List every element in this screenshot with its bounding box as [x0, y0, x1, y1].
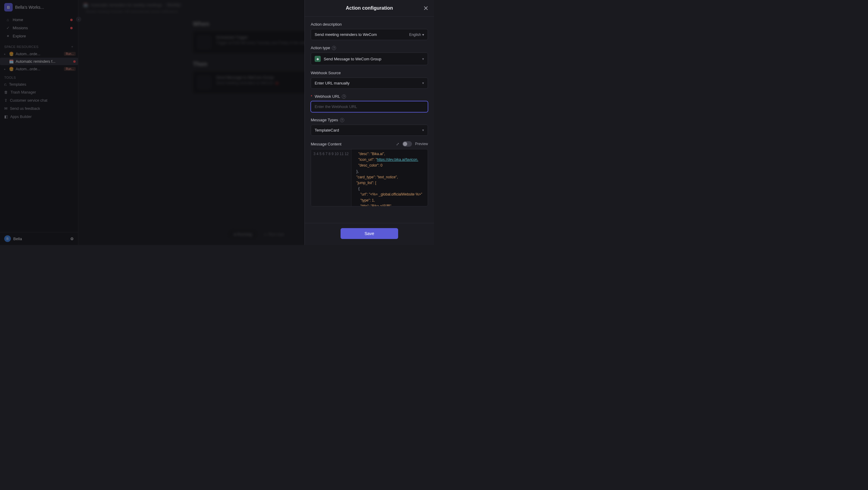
modal-footer: Save: [305, 223, 434, 245]
expand-icon[interactable]: ⤢: [396, 142, 399, 146]
type-label: Action type ?: [311, 46, 428, 50]
chevron-down-icon: ▾: [422, 81, 424, 85]
chevron-down-icon: ▾: [422, 57, 424, 61]
source-label: Webhook Source: [311, 70, 428, 75]
webhook-source-value: Enter URL manually: [315, 81, 350, 85]
desc-label: Action description: [311, 22, 428, 27]
chevron-down-icon: ▾: [422, 33, 424, 37]
code-editor[interactable]: 3 4 5 6 7 8 9 10 11 12 "desc": "Bika.ai"…: [311, 149, 428, 206]
msgtypes-label: Message Types ?: [311, 118, 428, 122]
modal-header: Action configuration: [305, 0, 434, 17]
wecom-icon: ◆: [315, 56, 321, 62]
message-types-value: TemplateCard: [315, 128, 339, 133]
message-types-select[interactable]: TemplateCard ▾: [311, 125, 428, 136]
desc-input[interactable]: Send meeting reminders to WeCom English …: [311, 29, 428, 40]
modal-body: Action description Send meeting reminder…: [305, 17, 434, 223]
action-type-value: Send Message to WeCom Group: [324, 57, 381, 61]
action-config-modal: Action configuration Action description …: [304, 0, 434, 245]
url-label: *Webhook URL ?: [311, 94, 428, 99]
code-content[interactable]: "desc": "Bika.ai", "icon_url": "https://…: [351, 149, 425, 206]
save-button[interactable]: Save: [341, 228, 398, 239]
webhook-source-select[interactable]: Enter URL manually ▾: [311, 78, 428, 89]
close-icon[interactable]: [423, 5, 429, 11]
modal-title: Action configuration: [346, 5, 393, 11]
code-gutter: 3 4 5 6 7 8 9 10 11 12: [311, 149, 351, 206]
language-value: English: [409, 33, 421, 37]
help-icon[interactable]: ?: [332, 46, 336, 50]
content-label: Message Content: [311, 142, 341, 146]
desc-value: Send meeting reminders to WeCom: [315, 32, 377, 37]
preview-toggle[interactable]: [402, 141, 412, 147]
chevron-down-icon: ▾: [422, 128, 424, 132]
action-type-select[interactable]: ◆ Send Message to WeCom Group ▾: [311, 53, 428, 65]
preview-label: Preview: [415, 142, 428, 146]
help-icon[interactable]: ?: [342, 94, 346, 99]
help-icon[interactable]: ?: [340, 118, 344, 122]
language-selector[interactable]: English ▾: [409, 33, 424, 37]
webhook-url-input[interactable]: [311, 101, 428, 112]
